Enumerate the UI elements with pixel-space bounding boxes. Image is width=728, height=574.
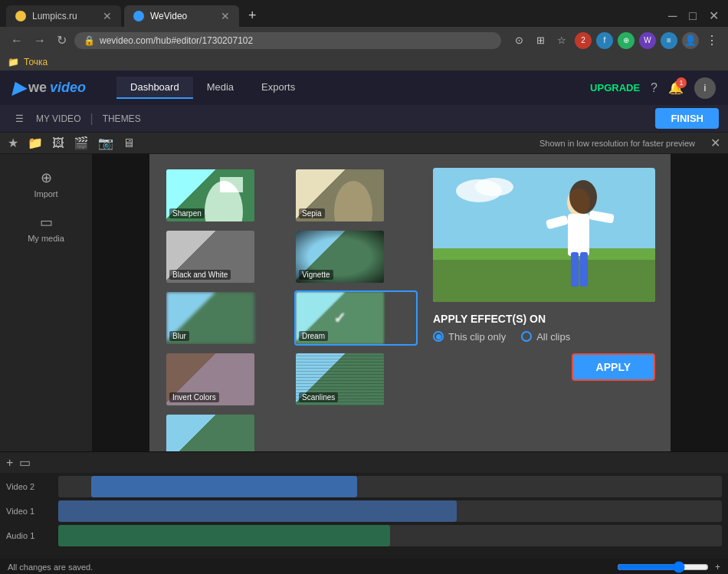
effect-scanlines[interactable]: Scanlines	[294, 352, 418, 407]
editor-toolbar: ☰ MY VIDEO | THEMES FINISH	[0, 105, 728, 133]
effect-sepia[interactable]: Sepia	[294, 168, 418, 223]
minimize-button[interactable]: ─	[665, 7, 680, 25]
apply-button[interactable]: APPLY	[572, 353, 655, 381]
browser-chrome: Lumpics.ru ✕ WeVideo ✕ + ─ □ ✕ ← → ↻ 🔒 w…	[0, 0, 728, 71]
sidebar-item-my-media[interactable]: ▭ My media	[0, 206, 92, 251]
modal-body: Sharpen Sepia	[165, 168, 655, 452]
add-track-button[interactable]: +	[6, 456, 13, 470]
browser-nav-bar: ← → ↻ 🔒 wevideo.com/hub#editor/173020710…	[0, 27, 728, 54]
effect-blur[interactable]: Blur	[165, 290, 288, 346]
radio-label-this-clip: This clip only	[448, 331, 506, 343]
effect-label-scanlines: Scanlines	[299, 392, 338, 402]
monitor-icon[interactable]: 🖥	[123, 136, 135, 150]
svg-point-2	[334, 181, 372, 221]
extension-icon-2[interactable]: f	[596, 32, 613, 49]
timeline-tracks: Video 2 Video 1 Audio 1	[0, 473, 728, 559]
svg-rect-9	[568, 214, 589, 256]
header-right: UPGRADE ? 🔔 1 i	[590, 77, 716, 99]
star-icon[interactable]: ★	[8, 136, 18, 150]
timeline: + ▭ Video 2 Video 1 Audio 1	[0, 451, 728, 559]
track-content-audio1[interactable]	[58, 525, 722, 546]
svg-rect-13	[580, 252, 588, 287]
track-content-video2[interactable]	[58, 476, 722, 497]
themes-label[interactable]: THEMES	[97, 110, 147, 127]
track-clip-video2[interactable]	[91, 476, 356, 497]
translate-icon[interactable]: ⊞	[532, 32, 549, 49]
effect-label-sepia: Sepia	[299, 208, 325, 218]
image-icon[interactable]: 🖼	[52, 136, 64, 150]
bookmark-label[interactable]: Точка	[24, 57, 48, 67]
browser-profile-avatar[interactable]: 👤	[682, 32, 699, 49]
nav-media[interactable]: Media	[193, 77, 248, 99]
effects-grid: Sharpen Sepia	[165, 168, 418, 452]
sidebar-item-import[interactable]: ⊕ Import	[0, 162, 92, 206]
browser-nav-icons: ⊙ ⊞ ☆ 2 f ⊕ W ≡ 👤 ⋮	[510, 32, 720, 49]
effect-invert[interactable]: Invert Colors	[165, 352, 288, 407]
close-preview-button[interactable]: ✕	[710, 136, 720, 150]
finish-button[interactable]: FINISH	[655, 108, 719, 129]
maximize-button[interactable]: □	[686, 7, 700, 25]
video-icon[interactable]: 🎬	[74, 136, 89, 150]
tab-lumpics[interactable]: Lumpics.ru ✕	[6, 5, 121, 27]
track-label-video2: Video 2	[6, 482, 52, 491]
sidebar-item-import-label: Import	[34, 189, 57, 198]
forward-button[interactable]: →	[31, 32, 49, 49]
hamburger-icon[interactable]: ☰	[9, 110, 30, 127]
radio-group: This clip only All clips	[433, 331, 655, 343]
notification-badge: 1	[676, 77, 687, 88]
radio-all-clips[interactable]: All clips	[521, 331, 570, 343]
svg-point-14	[569, 180, 597, 214]
main-content: ⊕ Import ▭ My media EFFECTS ×	[0, 154, 728, 451]
effect-sharpen[interactable]: Sharpen	[165, 168, 288, 223]
track-content-video1[interactable]	[58, 500, 722, 522]
radio-dot-all-clips	[521, 331, 532, 342]
folder-icon[interactable]: 📁	[28, 136, 43, 150]
effect-stabilization[interactable]: Image Stabilization (Beta)	[165, 413, 288, 452]
user-avatar[interactable]: i	[694, 77, 716, 99]
browser-menu-icon[interactable]: ⋮	[703, 32, 720, 49]
plus-icon[interactable]: +	[715, 562, 720, 572]
app-logo: ▶ wevideo	[12, 78, 86, 98]
url-bar[interactable]: 🔒 wevideo.com/hub#editor/1730207102	[74, 32, 501, 49]
notification-icon[interactable]: 🔔 1	[668, 80, 684, 95]
tab-close-lumpics[interactable]: ✕	[103, 10, 112, 22]
tab-close-wevideo[interactable]: ✕	[221, 10, 230, 22]
upgrade-button[interactable]: UPGRADE	[590, 82, 640, 93]
camera-icon[interactable]: 📷	[98, 136, 113, 150]
radio-this-clip[interactable]: This clip only	[433, 331, 506, 343]
new-tab-button[interactable]: +	[242, 5, 263, 27]
media-tools-bar: ★ 📁 🖼 🎬 📷 🖥 Shown in low resolution for …	[0, 133, 728, 154]
refresh-button[interactable]: ↻	[54, 31, 70, 49]
logo-we: we	[28, 80, 47, 96]
extension-icon-3[interactable]: ⊕	[618, 32, 635, 49]
nav-exports[interactable]: Exports	[248, 77, 309, 99]
svg-point-5	[475, 178, 513, 196]
effect-label-sharpen: Sharpen	[169, 208, 205, 218]
extension-icon-4[interactable]: W	[639, 32, 656, 49]
cast-icon[interactable]: ⊙	[510, 32, 527, 49]
logo-video: video	[50, 80, 86, 96]
modal-overlay: EFFECTS ×	[92, 154, 728, 451]
help-icon[interactable]: ?	[651, 81, 657, 95]
editor-area: EFFECTS ×	[92, 154, 728, 451]
effect-dream[interactable]: ✓ Dream	[294, 290, 418, 346]
extension-icon-1[interactable]: 2	[575, 32, 592, 49]
status-bar: All changes are saved. +	[0, 559, 728, 574]
track-label-audio1: Audio 1	[6, 531, 52, 540]
bookmark-folder-icon: 📁	[8, 57, 19, 67]
timeline-zoom-slider[interactable]	[617, 561, 709, 573]
extension-icon-5[interactable]: ≡	[661, 32, 677, 49]
track-type-icon[interactable]: ▭	[19, 455, 31, 470]
effect-thumbnail-stabilization	[166, 415, 254, 452]
window-close-button[interactable]: ✕	[706, 7, 722, 25]
bookmark-star-icon[interactable]: ☆	[553, 32, 570, 49]
track-clip-video1[interactable]	[58, 500, 457, 522]
track-row-audio1: Audio 1	[6, 525, 722, 546]
effect-label-vignette: Vignette	[299, 270, 333, 280]
tab-wevideo[interactable]: WeVideo ✕	[124, 5, 239, 27]
effect-blackwhite[interactable]: Black and White	[165, 229, 288, 284]
track-clip-audio1[interactable]	[58, 525, 390, 546]
nav-dashboard[interactable]: Dashboard	[116, 77, 193, 99]
back-button[interactable]: ←	[8, 32, 26, 49]
effect-vignette[interactable]: Vignette	[294, 229, 418, 284]
